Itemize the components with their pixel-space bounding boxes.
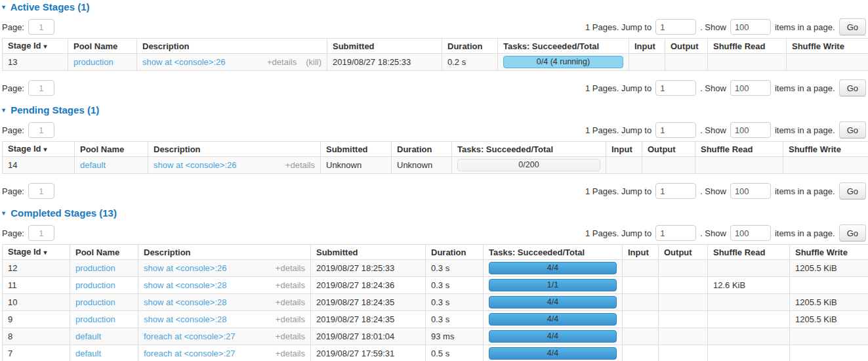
column-header-tasks-succeeded-total[interactable]: Tasks: Succeeded/Total	[484, 245, 623, 260]
column-header-stage-id[interactable]: Stage Id▾	[3, 245, 70, 260]
pool-name-link[interactable]: default	[80, 160, 106, 170]
column-header-stage-id[interactable]: Stage Id▾	[3, 142, 75, 157]
column-header-stage-id[interactable]: Stage Id▾	[3, 39, 68, 54]
column-header-description[interactable]: Description	[138, 245, 311, 260]
stage-description-link[interactable]: foreach at <console>:27	[144, 331, 236, 341]
pool-name-link[interactable]: production	[75, 297, 115, 307]
description-actions: +details	[276, 280, 305, 290]
input-cell	[629, 54, 665, 71]
details-toggle-link[interactable]: +details	[276, 263, 305, 273]
items-per-page-input[interactable]	[730, 122, 771, 138]
page-number-input[interactable]	[28, 225, 54, 241]
jump-to-page-input[interactable]	[655, 183, 696, 199]
pool-name-link[interactable]: production	[75, 280, 115, 290]
pool-name-link[interactable]: production	[73, 57, 114, 67]
column-header-shuffle-write[interactable]: Shuffle Write	[783, 142, 868, 157]
column-header-submitted[interactable]: Submitted	[321, 142, 392, 157]
pages-count-text: 1 Pages. Jump to	[585, 186, 651, 196]
shuffle-read-cell: 12.6 KiB	[708, 277, 790, 294]
page-number-input[interactable]	[28, 19, 54, 35]
jump-to-page-input[interactable]	[655, 80, 696, 96]
items-per-page-input[interactable]	[730, 80, 771, 96]
items-per-page-label: items in a page.	[775, 83, 835, 93]
column-header-submitted[interactable]: Submitted	[327, 39, 442, 54]
details-toggle-link[interactable]: +details	[276, 331, 305, 341]
stage-description-link[interactable]: show at <console>:26	[142, 57, 225, 67]
page-number-input[interactable]	[28, 183, 54, 199]
column-header-submitted[interactable]: Submitted	[311, 245, 426, 260]
column-header-input[interactable]: Input	[606, 142, 642, 157]
column-header-description[interactable]: Description	[148, 142, 321, 157]
pool-name-link[interactable]: production	[75, 263, 115, 273]
details-toggle-link[interactable]: +details	[267, 57, 297, 67]
column-header-input[interactable]: Input	[623, 245, 659, 260]
column-header-tasks-succeeded-total[interactable]: Tasks: Succeeded/Total	[452, 142, 606, 157]
go-button[interactable]: Go	[839, 18, 866, 35]
column-header-pool-name[interactable]: Pool Name	[75, 142, 148, 157]
details-toggle-link[interactable]: +details	[276, 314, 305, 324]
column-header-output[interactable]: Output	[659, 245, 708, 260]
active-stages-title[interactable]: ▾ Active Stages (1)	[2, 1, 866, 12]
shuffle-read-cell	[695, 157, 783, 174]
description-cell: +detailsshow at <console>:28	[138, 294, 311, 311]
pager-right: 1 Pages. Jump to. Showitems in a page.Go	[585, 224, 866, 242]
submitted-cell: 2019/08/27 18:25:33	[327, 54, 442, 71]
go-button[interactable]: Go	[839, 79, 866, 96]
stage-id-cell: 13	[3, 54, 68, 71]
stage-description-link[interactable]: show at <console>:26	[144, 263, 226, 273]
pages-count-text: 1 Pages. Jump to	[585, 125, 651, 135]
tasks-cell: 4/4	[484, 294, 623, 311]
jump-to-page-input[interactable]	[655, 225, 696, 241]
column-header-shuffle-write[interactable]: Shuffle Write	[787, 39, 868, 54]
go-button[interactable]: Go	[839, 121, 866, 138]
column-header-pool-name[interactable]: Pool Name	[70, 245, 138, 260]
items-per-page-input[interactable]	[730, 225, 771, 241]
pending-stages-table: Stage Id▾Pool NameDescriptionSubmittedDu…	[2, 141, 868, 174]
column-header-output[interactable]: Output	[642, 142, 695, 157]
pool-name-link[interactable]: default	[75, 349, 101, 358]
column-header-description[interactable]: Description	[137, 39, 327, 54]
kill-stage-link[interactable]: (kill)	[306, 57, 321, 67]
column-header-input[interactable]: Input	[629, 39, 665, 54]
description-cell: +detailsshow at <console>:28	[138, 311, 311, 328]
items-per-page-label: items in a page.	[775, 125, 835, 135]
stage-description-link[interactable]: show at <console>:26	[154, 160, 236, 170]
stage-description-link[interactable]: show at <console>:28	[144, 280, 226, 290]
jump-to-page-input[interactable]	[655, 122, 696, 138]
column-header-output[interactable]: Output	[665, 39, 708, 54]
details-toggle-link[interactable]: +details	[285, 160, 315, 170]
jump-to-page-input[interactable]	[655, 19, 696, 35]
items-per-page-input[interactable]	[730, 19, 771, 35]
column-header-pool-name[interactable]: Pool Name	[68, 39, 137, 54]
pool-name-link[interactable]: default	[75, 331, 101, 341]
stage-description-link[interactable]: show at <console>:28	[144, 314, 226, 324]
page-number-input[interactable]	[28, 122, 54, 138]
column-header-shuffle-read[interactable]: Shuffle Read	[708, 245, 790, 260]
submitted-cell: 2019/08/27 18:24:35	[311, 311, 426, 328]
details-toggle-link[interactable]: +details	[276, 349, 305, 358]
go-button[interactable]: Go	[839, 182, 866, 200]
details-toggle-link[interactable]: +details	[276, 280, 305, 290]
stage-row: 14default+detailsshow at <console>:26Unk…	[3, 157, 868, 174]
column-header-duration[interactable]: Duration	[442, 39, 498, 54]
column-header-shuffle-read[interactable]: Shuffle Read	[708, 39, 787, 54]
column-header-shuffle-write[interactable]: Shuffle Write	[790, 245, 868, 260]
table-header-row: Stage Id▾Pool NameDescriptionSubmittedDu…	[3, 245, 868, 260]
submitted-cell: 2019/08/27 17:59:31	[311, 345, 426, 361]
completed-stages-title[interactable]: ▾ Completed Stages (13)	[2, 207, 866, 219]
stage-description-link[interactable]: foreach at <console>:27	[144, 349, 236, 358]
column-header-duration[interactable]: Duration	[426, 245, 484, 260]
input-cell	[623, 328, 659, 345]
column-header-tasks-succeeded-total[interactable]: Tasks: Succeeded/Total	[498, 39, 629, 54]
items-per-page-input[interactable]	[730, 183, 771, 199]
go-button[interactable]: Go	[839, 224, 866, 242]
shuffle-read-cell	[708, 328, 790, 345]
page-number-input[interactable]	[28, 80, 54, 96]
section-pending-stages: ▾ Pending Stages (1)Page:1 Pages. Jump t…	[2, 104, 866, 199]
column-header-shuffle-read[interactable]: Shuffle Read	[695, 142, 783, 157]
column-header-duration[interactable]: Duration	[392, 142, 452, 157]
details-toggle-link[interactable]: +details	[276, 297, 305, 307]
pool-name-link[interactable]: production	[75, 314, 115, 324]
pending-stages-title[interactable]: ▾ Pending Stages (1)	[2, 104, 866, 116]
stage-description-link[interactable]: show at <console>:28	[144, 297, 226, 307]
